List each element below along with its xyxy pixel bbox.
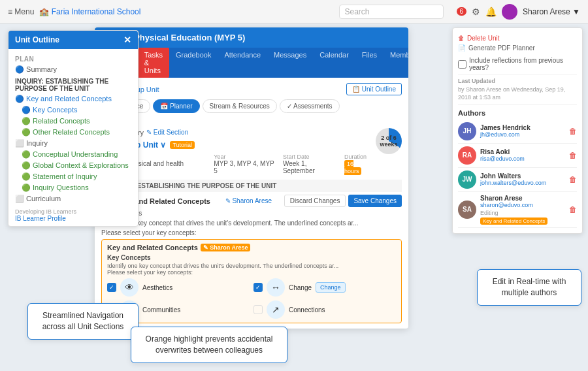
author-risa-email: risa@eduvo.com xyxy=(480,155,565,162)
key-identify-desc: Identify one key concept that drives the… xyxy=(101,219,402,227)
connections-icon: ↗ xyxy=(267,300,285,319)
change-icon: ↔ xyxy=(267,278,285,297)
unit-outline-title: Unit Outline xyxy=(15,35,59,44)
editing-badge: Key and Related Concepts xyxy=(480,218,547,225)
authors-actions: 🗑 Delete Unit 📄 Generate PDF Planner xyxy=(458,33,577,53)
unit-outline-header: Unit Outline ✕ xyxy=(8,31,138,49)
author-sharon-email: sharon@eduvo.com xyxy=(480,202,565,208)
breadcrumb-row: ← World Cup Unit 📋 Unit Outline xyxy=(101,83,402,95)
menu-label[interactable]: ≡ Menu xyxy=(8,7,34,16)
plan-label: PLAN xyxy=(101,118,402,125)
top-icons: 6 ⚙ 🔔 Sharon Arese ▼ xyxy=(457,4,581,20)
key-select-desc: Please select your key concepts: xyxy=(101,229,402,236)
settings-icon[interactable]: ⚙ xyxy=(472,7,480,17)
pdf-icon: 📄 xyxy=(458,44,466,52)
delete-unit-link[interactable]: 🗑 Delete Unit xyxy=(458,33,577,43)
author-james-email: jh@eduvo.com xyxy=(480,131,565,138)
author-james-name: James Hendrick xyxy=(480,124,565,131)
connections-check[interactable] xyxy=(253,305,263,314)
tab-stream[interactable]: Stream & Resources xyxy=(203,99,277,113)
author-james: JH James Hendrick jh@eduvo.com 🗑 xyxy=(458,120,577,144)
search-input[interactable]: Search xyxy=(339,5,444,19)
aesthetics-check[interactable]: ✓ xyxy=(107,283,116,292)
tab-gradebook[interactable]: Gradebook xyxy=(169,48,218,78)
last-updated-label: Last Updated xyxy=(458,78,495,84)
pdf-planner-link[interactable]: 📄 Generate PDF Planner xyxy=(458,43,577,53)
user-label[interactable]: Sharon Arese ▼ xyxy=(523,7,580,16)
close-button[interactable]: ✕ xyxy=(123,35,131,45)
concepts-overlay-header: Key and Related Concepts ✎ Sharon Arese xyxy=(107,244,396,251)
author-james-info: James Hendrick jh@eduvo.com xyxy=(480,124,565,138)
discard-button[interactable]: Discard Changes xyxy=(284,195,346,207)
avatar-james: JH xyxy=(458,122,476,140)
remove-john-icon[interactable]: 🗑 xyxy=(569,175,577,184)
outline-other-related[interactable]: 🟢 Other Related Concepts xyxy=(15,127,131,138)
tab-calendar[interactable]: Calendar xyxy=(313,48,355,78)
author-sharon-info: Sharon Arese sharon@eduvo.com Editing Ke… xyxy=(480,195,565,225)
author-sharon: SA Sharon Arese sharon@eduvo.com Editing… xyxy=(458,192,577,228)
trash-icon: 🗑 xyxy=(458,35,465,42)
inquiry-title: INQUIRY: ESTABLISHING THE PURPOSE OF THE… xyxy=(15,78,131,92)
aesthetics-label: Aesthetics xyxy=(142,284,172,291)
progress-circle: 2 of 6weeks xyxy=(376,128,402,154)
authors-header-label: Authors xyxy=(458,109,577,117)
author-john-info: John Walters john.walters@eduvo.com xyxy=(480,172,565,186)
avatar-john: JW xyxy=(458,170,476,189)
outline-related-concepts[interactable]: 🟢 Related Concepts xyxy=(15,116,131,127)
key-concepts-desc: Key Concepts xyxy=(101,210,402,217)
tab-assessments[interactable]: ✓ Assessments xyxy=(280,99,340,113)
unit-panel-header: IB MYP Physical Education (MYP 5) xyxy=(95,27,408,48)
outline-inquiry-q[interactable]: 🟢 Inquiry Questions xyxy=(15,182,131,193)
concept-change: ✓ ↔ Change Change xyxy=(253,278,396,297)
sharon-tag: ✎ Sharon Arese xyxy=(225,197,272,204)
outline-curriculum[interactable]: ⬜ Curriculum xyxy=(15,193,131,204)
remove-james-icon[interactable]: 🗑 xyxy=(569,127,577,136)
help-icon[interactable]: 🔔 xyxy=(485,7,497,17)
change-check[interactable]: ✓ xyxy=(253,283,263,292)
outline-summary[interactable]: 🔵 Summary xyxy=(15,64,131,75)
summary-row: 🔵 Summary ✎ Edit Section xyxy=(101,128,370,137)
outline-key-concepts[interactable]: 🔵 Key Concepts xyxy=(15,105,131,116)
unit-tabs: Overview Tasks & Units Gradebook Attenda… xyxy=(95,48,408,78)
inquiry-section-label: INQUIRY: ESTABLISHING THE PURPOSE OF THE… xyxy=(101,180,402,192)
unit-panel: IB MYP Physical Education (MYP 5) Overvi… xyxy=(95,27,408,329)
outline-conceptual[interactable]: 🟢 Conceptual Understanding xyxy=(15,149,131,160)
remove-sharon-icon[interactable]: 🗑 xyxy=(569,205,577,214)
authors-panel: 🗑 Delete Unit 📄 Generate PDF Planner Inc… xyxy=(452,27,583,234)
tooltip-orange-text: Orange highlight prevents accidental ove… xyxy=(146,334,273,355)
reflect-checkbox[interactable] xyxy=(458,60,466,69)
edit-section-link[interactable]: ✎ Edit Section xyxy=(146,129,188,136)
tooltip-realtime: Edit in Real-time with multiple authors xyxy=(477,269,581,306)
change-button[interactable]: Change xyxy=(316,282,346,293)
tab-members[interactable]: Members xyxy=(384,48,408,78)
outline-statement[interactable]: 🟢 Statement of Inquiry xyxy=(15,171,131,182)
remove-risa-icon[interactable]: 🗑 xyxy=(569,151,577,160)
tab-planner[interactable]: 📅 Planner xyxy=(153,99,199,113)
overlay-key-label: Key Concepts xyxy=(107,254,396,261)
save-button[interactable]: Save Changes xyxy=(348,195,402,207)
concepts-overlay: Key and Related Concepts ✎ Sharon Arese … xyxy=(101,239,402,323)
tab-files[interactable]: Files xyxy=(355,48,384,78)
outline-global[interactable]: 🟢 Global Context & Explorations xyxy=(15,160,131,171)
school-link[interactable]: 🏫 Faria International School xyxy=(39,7,140,16)
start-label: Start Date xyxy=(283,153,336,160)
tab-messages[interactable]: Messages xyxy=(267,48,313,78)
avatar[interactable] xyxy=(502,4,517,20)
tab-tasks-units[interactable]: Tasks & Units xyxy=(138,48,169,78)
overlay-title: Key and Related Concepts xyxy=(107,244,198,251)
meta-row: Subject IB MYP: Physical and health educ… xyxy=(101,153,370,174)
key-concepts-row: 2 Key and Related Concepts ✎ Sharon Ares… xyxy=(101,195,402,207)
divider-2 xyxy=(458,105,577,105)
tab-attendance[interactable]: Attendance xyxy=(218,48,267,78)
meta-duration: Duration 16 hours xyxy=(344,153,370,174)
outline-key-related[interactable]: 🔵 Key and Related Concepts xyxy=(15,93,131,105)
tooltip-nav-text: Streamlined Navigation across all Unit S… xyxy=(42,311,124,331)
action-btns: Discard Changes Save Changes xyxy=(284,195,402,207)
notification-badge[interactable]: 6 xyxy=(457,7,467,16)
author-john-name: John Walters xyxy=(480,172,565,180)
unit-outline-button[interactable]: 📋 Unit Outline xyxy=(346,83,402,95)
outline-inquiry[interactable]: ⬜ Inquiry xyxy=(15,138,131,149)
tooltip-navigation: Streamlined Navigation across all Unit S… xyxy=(27,303,139,340)
concept-aesthetics: ✓ 👁 Aesthetics xyxy=(107,278,250,297)
ib-learner-profile[interactable]: IB Learner Profile xyxy=(15,215,131,222)
